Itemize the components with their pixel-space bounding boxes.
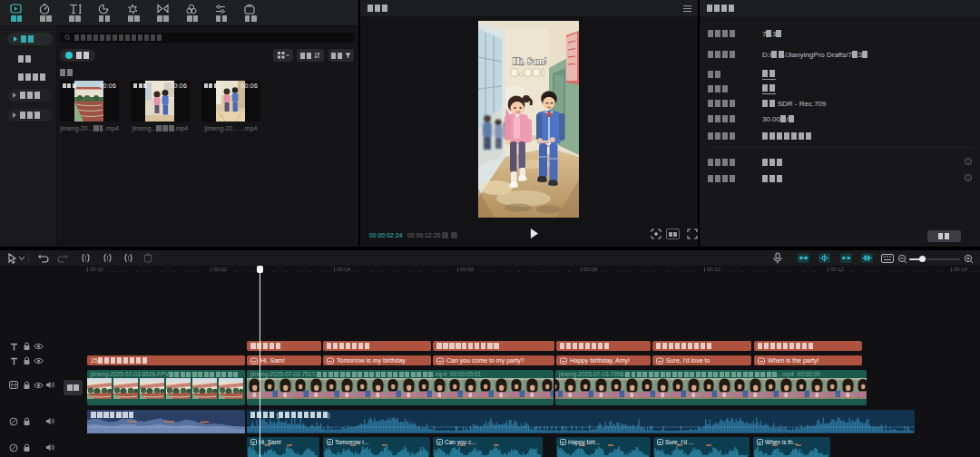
svg-text:Hi, Sam!: Hi, Sam! (513, 56, 547, 66)
